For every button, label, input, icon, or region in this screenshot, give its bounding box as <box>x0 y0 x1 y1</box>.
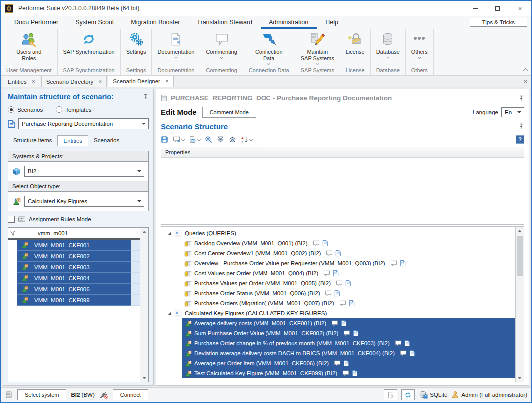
tab-scenario-directory[interactable]: Scenario Directory × <box>41 76 107 87</box>
comment-bubble-icon[interactable] <box>395 340 402 346</box>
comment-bubble-icon[interactable] <box>334 360 341 366</box>
sap-synchronization-button[interactable]: SAP Synchronization <box>63 30 115 66</box>
assignment-rules-checkbox[interactable] <box>8 216 15 223</box>
close-tab-icon[interactable]: × <box>165 78 169 84</box>
maintain-sap-systems-button[interactable]: Maintain SAP Systems <box>301 30 334 66</box>
document-icon[interactable] <box>353 330 359 337</box>
documentation-button[interactable]: Documentation <box>157 30 194 66</box>
menu-help[interactable]: Help <box>317 16 347 29</box>
pin-icon[interactable] <box>518 123 524 129</box>
menu-translation-steward[interactable]: Translation Steward <box>188 16 261 29</box>
tree-scrollbar[interactable] <box>515 227 524 382</box>
filter-row[interactable]: vmm_m001 <box>8 228 140 240</box>
tree-item-query[interactable]: Backlog Overview (VMM_M001_Q001) (BI2) <box>161 238 515 248</box>
filter-value[interactable]: vmm_m001 <box>35 230 140 236</box>
tree-item-calculated-key-figure[interactable]: Purchase Order change in % of previous m… <box>161 338 515 348</box>
ribbon-collapse-icon[interactable] <box>523 68 528 73</box>
report-button[interactable] <box>384 389 397 400</box>
database-button[interactable]: Database <box>376 30 400 66</box>
tree-item-query[interactable]: Purchase Values per Order (VMM_M001_Q005… <box>161 278 515 288</box>
table-row[interactable]: VMM_M001_CKF006 <box>8 284 140 295</box>
comment-bubble-icon[interactable] <box>323 270 330 276</box>
commenting-button[interactable]: Commenting <box>206 30 237 66</box>
scroll-down-icon[interactable] <box>516 374 524 382</box>
menu-docu-performer[interactable]: Docu Performer <box>6 16 67 29</box>
tree-item-query[interactable]: Cost Values per Order (VMM_M001_Q004) (B… <box>161 268 515 278</box>
refresh-button[interactable] <box>401 389 415 400</box>
comment-bubble-icon[interactable] <box>339 300 346 306</box>
comment-bubble-icon[interactable] <box>325 290 332 296</box>
tree-item-calculated-key-figure[interactable]: Sum Purchase Order Value (VMM_M001_CKF00… <box>161 328 515 338</box>
table-row[interactable]: VMM_M001_CKF099 <box>8 295 140 306</box>
scroll-up-icon[interactable] <box>140 228 148 236</box>
tree-section-calculated-key-figures[interactable]: Calculated Key Figures (CALCULATED KEY F… <box>161 308 515 318</box>
tree-item-calculated-key-figure[interactable]: Average delivery costs (VMM_M001_CKF001)… <box>161 318 515 328</box>
license-button[interactable]: License <box>346 30 365 66</box>
document-icon[interactable] <box>349 300 355 307</box>
table-row[interactable]: VMM_M001_CKF001 <box>8 240 140 251</box>
tree-item-calculated-key-figure[interactable]: Deviation average delivery costs DACH to… <box>161 348 515 358</box>
comment-bubble-icon[interactable] <box>336 280 343 286</box>
expander-icon[interactable] <box>168 312 171 315</box>
tree-item-calculated-key-figure[interactable]: Average per Order Item (VMM_M001_CKF006)… <box>161 358 515 368</box>
select-system-button[interactable]: Select system <box>17 389 66 400</box>
maximize-button[interactable] <box>486 1 509 16</box>
copy-document-button[interactable] <box>189 136 200 143</box>
pin-icon[interactable] <box>143 94 149 100</box>
tab-scenarios-left[interactable]: Scenarios <box>88 135 125 146</box>
menu-administration[interactable]: Administration <box>261 16 317 29</box>
table-row[interactable]: VMM_M001_CKF004 <box>8 273 140 284</box>
comment-bubble-icon[interactable] <box>400 350 407 356</box>
settings-button[interactable]: Settings <box>126 30 146 66</box>
document-icon[interactable] <box>343 360 349 367</box>
table-row[interactable]: VMM_M001_CKF002 <box>8 251 140 262</box>
document-icon[interactable] <box>352 370 358 377</box>
comment-bubble-icon[interactable] <box>313 240 320 246</box>
connection-data-button[interactable]: Connection Data <box>255 30 283 66</box>
scroll-down-icon[interactable] <box>140 374 148 382</box>
tree-item-query[interactable]: Cost Center Overview1 (VMM_M001_Q002) (B… <box>161 248 515 258</box>
document-icon[interactable] <box>345 280 351 287</box>
sort-az-button[interactable]: AZ <box>241 136 252 143</box>
document-icon[interactable] <box>333 270 339 277</box>
tab-entities[interactable]: Entities × <box>3 76 40 87</box>
tab-structure-items[interactable]: Structure items <box>8 135 57 146</box>
tips-tricks-button[interactable]: Tips & Tricks <box>470 18 527 27</box>
comment-bubble-icon[interactable] <box>331 320 338 326</box>
tree-item-query[interactable]: Overview - Purchase Order Value per Requ… <box>161 258 515 268</box>
comment-bubble-icon[interactable] <box>326 250 333 256</box>
save-button[interactable] <box>161 136 168 143</box>
tree-item-query[interactable]: Purchase Orders (Migration) (VMM_M001_Q0… <box>161 298 515 308</box>
close-tabstrip-icon[interactable]: × <box>523 78 527 85</box>
expand-all-button[interactable] <box>217 136 224 143</box>
language-dropdown[interactable]: En <box>501 107 524 117</box>
comment-bubble-icon[interactable] <box>342 370 349 376</box>
others-button[interactable]: Others <box>411 30 428 66</box>
pin-icon[interactable] <box>518 95 524 101</box>
document-icon[interactable] <box>335 250 341 257</box>
comment-tool-button[interactable] <box>173 136 184 143</box>
expander-icon[interactable] <box>168 232 171 235</box>
radio-scenarios[interactable]: Scenarios <box>8 106 43 113</box>
close-tab-icon[interactable]: × <box>98 79 102 85</box>
collapse-all-button[interactable] <box>229 136 236 143</box>
minimize-button[interactable] <box>464 1 486 16</box>
user-status[interactable]: Admin (Full administrator) <box>451 391 527 399</box>
tree-item-query[interactable]: Purchase Order Status (VMM_M001_Q006) (B… <box>161 288 515 298</box>
scroll-thumb[interactable] <box>517 236 523 276</box>
table-scrollbar[interactable] <box>140 228 148 382</box>
document-icon[interactable] <box>334 290 340 297</box>
menu-system-scout[interactable]: System Scout <box>67 16 122 29</box>
tab-scenario-designer[interactable]: Scenario Designer × <box>108 75 174 87</box>
document-icon[interactable] <box>341 320 347 327</box>
tree-section-queries[interactable]: Queries (QUERIES) <box>161 228 515 238</box>
scroll-up-icon[interactable] <box>516 227 524 235</box>
comment-mode-button[interactable]: Comment Mode <box>202 107 256 118</box>
object-type-dropdown[interactable]: Calculated Key Figures <box>24 196 144 207</box>
tab-entities-left[interactable]: Entities <box>57 135 88 146</box>
document-icon[interactable] <box>409 350 415 357</box>
scenario-dropdown[interactable]: Purchase Reporting Documentation <box>18 118 149 129</box>
menu-migration-booster[interactable]: Migration Booster <box>122 16 188 29</box>
comment-bubble-icon[interactable] <box>390 260 397 266</box>
radio-templates[interactable]: Templates <box>56 106 91 113</box>
